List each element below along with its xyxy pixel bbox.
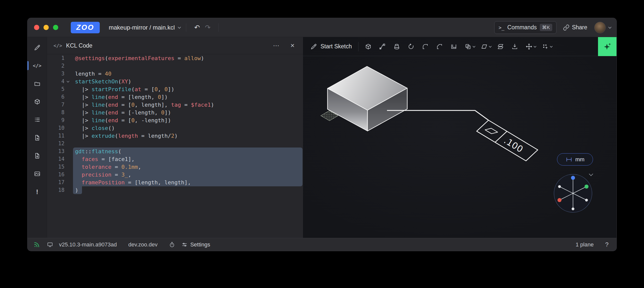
divider — [218, 23, 219, 32]
toolbar-plane-button[interactable] — [481, 43, 491, 50]
code-line[interactable]: 17 framePosition = [length, length], — [47, 179, 303, 186]
redo-button[interactable]: ↷ — [202, 24, 213, 31]
maximize-window-button[interactable] — [53, 25, 58, 30]
code-text: faces = [face1], — [75, 155, 134, 163]
share-label: Share — [572, 24, 587, 31]
line-number: 13 — [47, 148, 64, 155]
surfaces-icon — [497, 43, 504, 50]
code-line[interactable]: 18) — [47, 186, 303, 194]
toolbar-surface-button[interactable] — [497, 43, 504, 50]
code-line[interactable]: 10 |> close() — [47, 124, 303, 132]
user-avatar[interactable] — [594, 22, 606, 33]
display-icon[interactable] — [47, 242, 53, 248]
commands-label: Commands — [507, 24, 537, 31]
flatness-symbol-icon — [485, 126, 498, 136]
viewport[interactable]: Start Sketch — [303, 37, 616, 238]
sidebar-item-report-issue[interactable]: ! — [28, 183, 47, 201]
code-line[interactable]: 1@settings(experimentalFeatures = allow) — [47, 54, 303, 62]
sidebar-item-model[interactable] — [28, 93, 47, 111]
code-line[interactable]: 3length = 40 — [47, 70, 303, 78]
orientation-gizmo[interactable] — [554, 174, 592, 213]
minimize-window-button[interactable] — [44, 25, 49, 30]
zoo-logo[interactable]: ZOO — [71, 22, 100, 33]
boolean-icon — [465, 43, 471, 50]
gizmo-axis-z-positive[interactable] — [571, 176, 575, 180]
code-line[interactable]: 16 precision = 3_, — [47, 171, 303, 179]
code-line[interactable]: 5 |> startProfile(at = [0, 0]) — [47, 85, 303, 93]
help-button[interactable]: ? — [605, 241, 608, 248]
code-line[interactable]: 12 — [47, 140, 303, 148]
toolbar-transform-button[interactable] — [526, 43, 536, 50]
code-text: |> line(end = [0, length], tag = $face1) — [75, 101, 214, 109]
share-button[interactable]: Share — [563, 24, 587, 31]
sidebar-item-kcl-code[interactable]: </> — [28, 57, 47, 75]
code-editor[interactable]: 1@settings(experimentalFeatures = allow)… — [47, 54, 303, 238]
timer-icon[interactable] — [169, 242, 175, 248]
sidebar-item-file-export[interactable] — [28, 129, 47, 147]
code-text: tolerance = 0.1mm, — [75, 163, 141, 171]
code-line[interactable]: 11 |> extrude(length = length/2) — [47, 132, 303, 140]
viewport-toolbar: Start Sketch — [303, 37, 616, 56]
units-button[interactable]: mm — [557, 153, 593, 166]
project-title-menu[interactable]: makeup-mirror / main.kcl — [109, 24, 180, 31]
toolbar-shell-button[interactable] — [450, 43, 457, 50]
sidebar-item-project-files[interactable] — [28, 75, 47, 93]
code-text: startSketchOn(XY) — [75, 78, 131, 85]
fold-chevron-icon[interactable] — [66, 80, 69, 82]
toolbar-loft-button[interactable] — [394, 43, 400, 50]
environment-link[interactable]: dev.zoo.dev — [128, 241, 158, 248]
ai-sparkle-button[interactable] — [598, 37, 616, 56]
gdt-annotation[interactable]: .100 — [387, 110, 538, 163]
toolbar-sweep-button[interactable] — [379, 43, 386, 50]
code-line[interactable]: 9 |> line(end = [0, -length]) — [47, 116, 303, 124]
gizmo-axis-x-positive[interactable] — [558, 198, 562, 202]
code-text: gdt::flatness( — [75, 148, 121, 155]
chevron-down-icon — [473, 45, 476, 47]
chamfer-icon — [436, 43, 443, 50]
line-number: 6 — [47, 93, 64, 101]
settings-button[interactable]: Settings — [182, 241, 210, 248]
code-line[interactable]: 8 |> line(end = [-length, 0]) — [47, 109, 303, 116]
toolbar-boolean-button[interactable] — [465, 43, 475, 50]
line-number: 17 — [47, 179, 64, 186]
code-line[interactable]: 15 tolerance = 0.1mm, — [47, 163, 303, 171]
toolbar-revolve-button[interactable] — [408, 43, 414, 50]
divider — [358, 42, 358, 51]
code-line[interactable]: 6 |> line(end = [length, 0]) — [47, 93, 303, 101]
sliders-icon — [182, 242, 188, 248]
commands-button[interactable]: >_ Commands ⌘K — [494, 21, 556, 34]
app-version[interactable]: v25.10.3-main.a9073ad — [59, 241, 117, 248]
code-line[interactable]: 14 faces = [face1], — [47, 155, 303, 163]
extruded-cube[interactable] — [328, 66, 407, 131]
chevron-down-icon[interactable] — [608, 26, 612, 29]
network-status-icon[interactable] — [34, 241, 40, 248]
close-window-button[interactable] — [34, 25, 39, 30]
sidebar-item-parts-list[interactable] — [28, 111, 47, 129]
panel-close-button[interactable]: × — [288, 42, 296, 50]
toolbar-pattern-button[interactable] — [542, 43, 552, 50]
toolbar-fillet-button[interactable] — [422, 43, 428, 50]
sidebar-item-sketch[interactable] — [28, 39, 47, 57]
image-icon — [34, 171, 40, 177]
left-toolbar: </> — [28, 37, 47, 238]
toolbar-import-button[interactable] — [512, 43, 518, 50]
undo-button[interactable]: ↶ — [192, 24, 202, 31]
toolbar-extrude-button[interactable] — [365, 43, 372, 50]
sidebar-item-screenshot[interactable] — [28, 165, 47, 183]
plane-count[interactable]: 1 plane — [576, 241, 594, 248]
panel-menu-button[interactable]: ⋯ — [271, 42, 282, 50]
gizmo-axis-y-positive[interactable] — [584, 185, 588, 189]
start-sketch-label: Start Sketch — [320, 43, 352, 50]
gizmo-axis-y-negative[interactable] — [558, 185, 561, 188]
gizmo-axis-z-negative[interactable] — [572, 208, 574, 210]
gizmo-axis-x-negative[interactable] — [585, 199, 588, 202]
panel-title: KCL Code — [66, 42, 92, 49]
toolbar-chamfer-button[interactable] — [436, 43, 443, 50]
code-line[interactable]: 2 — [47, 62, 303, 70]
sidebar-item-file-save[interactable] — [28, 147, 47, 165]
code-line[interactable]: 4startSketchOn(XY) — [47, 78, 303, 85]
code-line[interactable]: 13gdt::flatness( — [47, 148, 303, 155]
start-sketch-button[interactable]: Start Sketch — [310, 43, 352, 50]
code-line[interactable]: 7 |> line(end = [0, length], tag = $face… — [47, 101, 303, 109]
statusbar: v25.10.3-main.a9073ad dev.zoo.dev Settin… — [28, 238, 616, 251]
